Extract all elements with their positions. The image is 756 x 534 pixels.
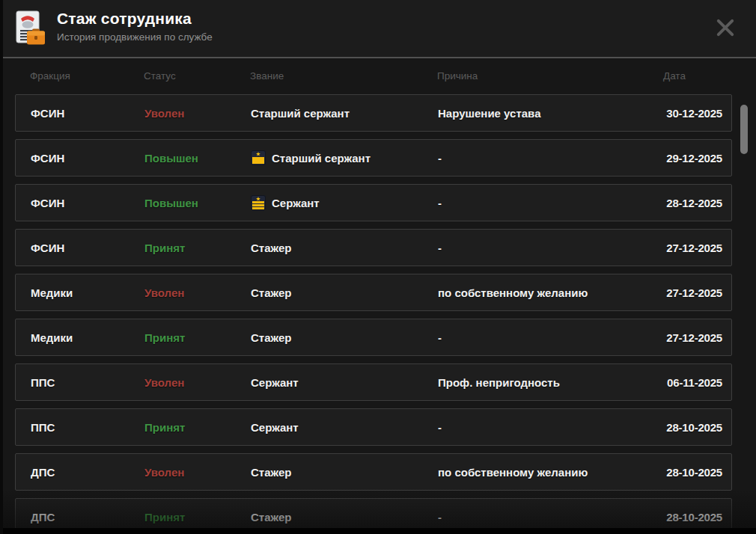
table-row: Медики Принят Стажер - 27-12-2025 <box>15 319 732 356</box>
employee-record-document-with-briefcase-icon <box>11 9 49 48</box>
bottom-edge-strip <box>0 528 756 534</box>
faction-cell: ДПС <box>31 511 144 524</box>
table-row: ППС Принят Сержант - 28-10-2025 <box>15 408 732 446</box>
reason-cell: - <box>438 197 655 209</box>
status-cell: Принят <box>144 511 251 524</box>
page-title: Стаж сотрудника <box>57 10 213 28</box>
rank-cell: Сержант <box>251 195 438 210</box>
faction-cell: Медики <box>31 331 144 344</box>
reason-cell: по собственному желанию <box>438 286 655 299</box>
rank-cell: Сержант <box>251 376 438 389</box>
table-row: ФСИН Принят Стажер - 27-12-2025 <box>15 229 732 266</box>
reason-cell: - <box>438 152 655 165</box>
faction-cell: Медики <box>31 286 144 299</box>
date-cell: 29-12-2025 <box>655 152 722 165</box>
status-cell: Уволен <box>144 376 251 389</box>
table-header-row: Фракция Статус Звание Причина Дата <box>15 58 732 94</box>
table-row: ППС Уволен Сержант Проф. непригодность 0… <box>15 363 732 401</box>
table-row: ФСИН Повышен Сержант - 28-12-2025 <box>15 184 732 221</box>
reason-cell: по собственному желанию <box>438 466 655 479</box>
faction-cell: ФСИН <box>31 107 144 120</box>
rank-label: Старший сержант <box>251 107 350 120</box>
date-cell: 06-11-2025 <box>655 376 722 389</box>
rank-label: Стажер <box>251 286 291 299</box>
date-cell: 28-10-2025 <box>655 421 722 434</box>
employee-tenure-window: Стаж сотрудника История продвижения по с… <box>0 0 756 534</box>
date-cell: 27-12-2025 <box>655 286 722 299</box>
history-table: Фракция Статус Звание Причина Дата ФСИН … <box>0 58 756 534</box>
status-cell: Принят <box>144 331 251 344</box>
reason-cell: - <box>438 421 655 434</box>
rank-label: Старший сержант <box>272 152 371 165</box>
column-header-reason: Причина <box>437 70 656 82</box>
column-header-rank: Звание <box>250 70 437 82</box>
faction-cell: ФСИН <box>31 242 144 254</box>
status-cell: Повышен <box>144 197 251 209</box>
rank-label: Стажер <box>251 242 291 254</box>
status-cell: Уволен <box>144 107 251 120</box>
date-cell: 28-12-2025 <box>655 197 722 209</box>
rank-label: Стажер <box>251 511 291 524</box>
left-edge-strip <box>0 0 3 534</box>
date-cell: 27-12-2025 <box>655 331 722 344</box>
rank-cell: Сержант <box>251 421 438 434</box>
epaulette-senior-sergeant-icon <box>251 150 266 165</box>
table-row: ФСИН Повышен Старший сержант - 29-12-202… <box>15 139 732 177</box>
date-cell: 28-10-2025 <box>655 466 722 479</box>
close-button[interactable] <box>711 13 740 42</box>
rank-cell: Стажер <box>251 286 438 299</box>
rank-label: Сержант <box>251 376 299 389</box>
rank-cell: Старший сержант <box>251 150 438 165</box>
reason-cell: - <box>438 511 655 524</box>
window-header: Стаж сотрудника История продвижения по с… <box>0 0 756 57</box>
column-header-faction: Фракция <box>30 70 144 82</box>
rank-label: Сержант <box>272 197 320 209</box>
column-header-status: Статус <box>144 70 250 82</box>
reason-cell: Проф. непригодность <box>438 376 655 389</box>
status-cell: Принят <box>144 242 251 254</box>
rank-cell: Стажер <box>251 466 438 479</box>
rank-cell: Стажер <box>251 511 438 524</box>
date-cell: 28-10-2025 <box>655 511 722 524</box>
rank-cell: Старший сержант <box>251 107 438 120</box>
date-cell: 30-12-2025 <box>655 107 722 120</box>
epaulette-sergeant-icon <box>251 195 266 210</box>
table-body: ФСИН Уволен Старший сержант Нарушение ус… <box>15 94 732 534</box>
status-cell: Уволен <box>144 286 251 299</box>
reason-cell: Нарушение устава <box>438 107 655 120</box>
status-cell: Уволен <box>144 466 251 479</box>
status-cell: Принят <box>144 421 251 434</box>
column-header-date: Дата <box>656 70 723 82</box>
faction-cell: ФСИН <box>31 197 144 209</box>
faction-cell: ФСИН <box>31 152 144 165</box>
rank-cell: Стажер <box>251 331 438 344</box>
rank-cell: Стажер <box>251 242 438 254</box>
status-cell: Повышен <box>144 152 251 165</box>
page-subtitle: История продвижения по службе <box>57 31 213 43</box>
table-row: Медики Уволен Стажер по собственному жел… <box>15 274 732 311</box>
table-row: ДПС Уволен Стажер по собственному желани… <box>15 453 732 491</box>
faction-cell: ППС <box>31 421 144 434</box>
rank-label: Сержант <box>251 421 299 434</box>
reason-cell: - <box>438 331 655 344</box>
rank-label: Стажер <box>251 331 291 344</box>
scrollbar-thumb[interactable] <box>740 105 748 154</box>
header-text: Стаж сотрудника История продвижения по с… <box>57 10 213 43</box>
table-row: ФСИН Уволен Старший сержант Нарушение ус… <box>15 94 732 132</box>
reason-cell: - <box>438 242 655 254</box>
rank-label: Стажер <box>251 466 291 479</box>
faction-cell: ДПС <box>31 466 144 479</box>
date-cell: 27-12-2025 <box>655 242 722 254</box>
faction-cell: ППС <box>31 376 144 389</box>
